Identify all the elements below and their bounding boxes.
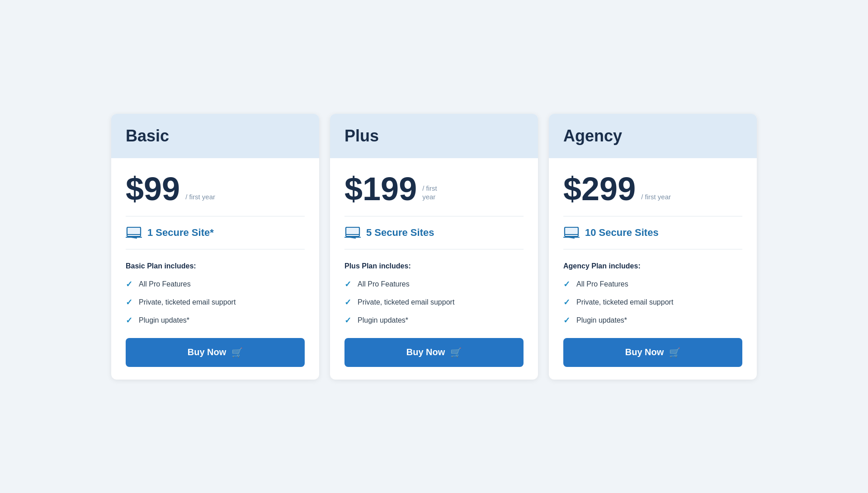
- buy-button-basic[interactable]: Buy Now 🛒: [126, 338, 305, 367]
- feature-item-plus-2: ✓ Plugin updates*: [344, 315, 524, 325]
- card-header-basic: Basic: [111, 114, 319, 158]
- sites-label-plus: 5 Secure Sites: [366, 227, 434, 239]
- svg-rect-6: [346, 227, 359, 235]
- laptop-icon-basic: [126, 226, 142, 239]
- check-icon-basic-2: ✓: [126, 315, 132, 325]
- feature-item-plus-1: ✓ Private, ticketed email support: [344, 297, 524, 307]
- plan-name-agency: Agency: [563, 127, 622, 145]
- buy-button-agency[interactable]: Buy Now 🛒: [563, 338, 742, 367]
- card-body-plus: $199 / firstyear 5 Secure Sites Plus Pla…: [330, 158, 538, 380]
- buy-button-label-basic: Buy Now: [188, 347, 226, 357]
- buy-button-label-agency: Buy Now: [625, 347, 664, 357]
- card-body-basic: $99 / first year 1 Secure Site* Basic Pl…: [111, 158, 319, 380]
- feature-item-agency-0: ✓ All Pro Features: [563, 279, 742, 289]
- check-icon-plus-0: ✓: [344, 279, 351, 289]
- includes-section-basic: Basic Plan includes: ✓ All Pro Features …: [126, 262, 305, 325]
- svg-rect-1: [127, 227, 141, 235]
- price-row-agency: $299 / first year: [563, 173, 742, 216]
- feature-item-basic-2: ✓ Plugin updates*: [126, 315, 305, 325]
- check-icon-basic-0: ✓: [126, 279, 132, 289]
- price-row-plus: $199 / firstyear: [344, 173, 524, 216]
- includes-title-plus: Plus Plan includes:: [344, 262, 524, 270]
- feature-text-agency-1: Private, ticketed email support: [576, 298, 673, 306]
- laptop-icon-agency: [563, 226, 580, 239]
- price-row-basic: $99 / first year: [126, 173, 305, 216]
- feature-text-basic-0: All Pro Features: [139, 280, 191, 288]
- feature-text-basic-2: Plugin updates*: [139, 316, 189, 324]
- feature-item-basic-0: ✓ All Pro Features: [126, 279, 305, 289]
- feature-list-basic: ✓ All Pro Features ✓ Private, ticketed e…: [126, 279, 305, 325]
- sites-label-basic: 1 Secure Site*: [147, 227, 214, 239]
- feature-item-basic-1: ✓ Private, ticketed email support: [126, 297, 305, 307]
- laptop-icon-plus: [344, 226, 361, 239]
- feature-text-plus-2: Plugin updates*: [358, 316, 408, 324]
- feature-text-plus-1: Private, ticketed email support: [358, 298, 454, 306]
- pricing-card-plus: Plus $199 / firstyear 5 Secure Sites: [330, 114, 538, 380]
- plan-name-basic: Basic: [126, 127, 169, 145]
- check-icon-agency-2: ✓: [563, 315, 570, 325]
- feature-text-agency-2: Plugin updates*: [576, 316, 627, 324]
- cart-icon-agency: 🛒: [669, 347, 680, 358]
- check-icon-basic-1: ✓: [126, 297, 132, 307]
- feature-item-agency-2: ✓ Plugin updates*: [563, 315, 742, 325]
- feature-list-agency: ✓ All Pro Features ✓ Private, ticketed e…: [563, 279, 742, 325]
- pricing-card-basic: Basic $99 / first year 1 Secure Site*: [111, 114, 319, 380]
- feature-text-basic-1: Private, ticketed email support: [139, 298, 236, 306]
- svg-rect-11: [565, 227, 578, 235]
- includes-section-plus: Plus Plan includes: ✓ All Pro Features ✓…: [344, 262, 524, 325]
- sites-row-agency: 10 Secure Sites: [563, 216, 742, 249]
- includes-title-agency: Agency Plan includes:: [563, 262, 742, 270]
- includes-title-basic: Basic Plan includes:: [126, 262, 305, 270]
- price-period-plus: / firstyear: [422, 184, 437, 202]
- cart-icon-plus: 🛒: [450, 347, 462, 358]
- price-amount-plus: $199: [344, 173, 417, 205]
- check-icon-agency-1: ✓: [563, 297, 570, 307]
- check-icon-plus-1: ✓: [344, 297, 351, 307]
- sites-row-plus: 5 Secure Sites: [344, 216, 524, 249]
- check-icon-agency-0: ✓: [563, 279, 570, 289]
- card-body-agency: $299 / first year 10 Secure Sites Agency…: [549, 158, 757, 380]
- includes-section-agency: Agency Plan includes: ✓ All Pro Features…: [563, 262, 742, 325]
- check-icon-plus-2: ✓: [344, 315, 351, 325]
- plan-name-plus: Plus: [344, 127, 379, 145]
- card-header-plus: Plus: [330, 114, 538, 158]
- card-header-agency: Agency: [549, 114, 757, 158]
- feature-list-plus: ✓ All Pro Features ✓ Private, ticketed e…: [344, 279, 524, 325]
- price-amount-basic: $99: [126, 173, 180, 205]
- buy-button-label-plus: Buy Now: [406, 347, 445, 357]
- cart-icon-basic: 🛒: [231, 347, 243, 358]
- price-period-agency: / first year: [641, 193, 671, 202]
- feature-text-plus-0: All Pro Features: [358, 280, 410, 288]
- feature-item-agency-1: ✓ Private, ticketed email support: [563, 297, 742, 307]
- pricing-card-agency: Agency $299 / first year 10 Secure Sites: [549, 114, 757, 380]
- buy-button-plus[interactable]: Buy Now 🛒: [344, 338, 524, 367]
- sites-label-agency: 10 Secure Sites: [585, 227, 659, 239]
- price-amount-agency: $299: [563, 173, 636, 205]
- price-period-basic: / first year: [185, 193, 215, 202]
- feature-item-plus-0: ✓ All Pro Features: [344, 279, 524, 289]
- feature-text-agency-0: All Pro Features: [576, 280, 628, 288]
- pricing-container: Basic $99 / first year 1 Secure Site*: [104, 114, 764, 380]
- sites-row-basic: 1 Secure Site*: [126, 216, 305, 249]
